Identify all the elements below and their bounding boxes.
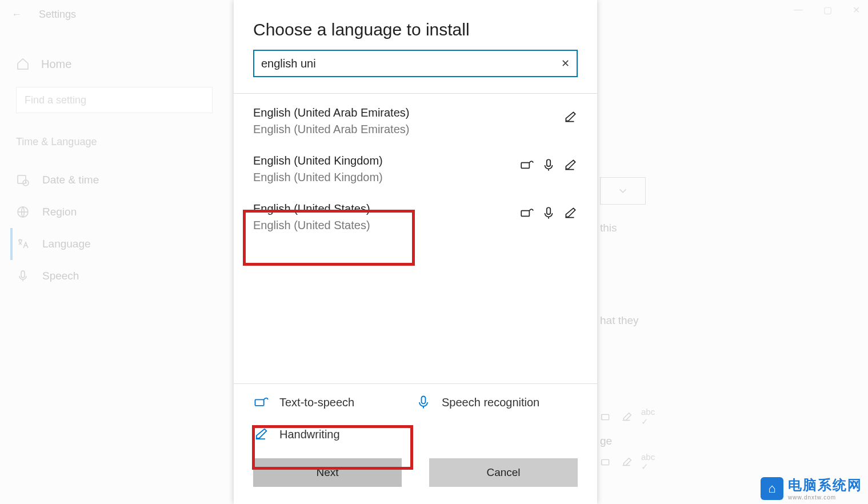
svg-rect-8 [521, 211, 529, 217]
language-item-us[interactable]: English (United States) English (United … [253, 194, 578, 242]
language-primary: English (United Arab Emirates) [253, 106, 409, 119]
language-secondary: English (United Arab Emirates) [253, 123, 409, 136]
handwriting-icon [253, 426, 269, 442]
dialog-title: Choose a language to install [234, 0, 597, 50]
svg-rect-10 [255, 399, 264, 406]
svg-rect-9 [547, 207, 551, 214]
feature-tts: Text-to-speech [253, 394, 415, 410]
watermark-logo-icon: ⌂ [761, 477, 783, 500]
language-list: English (United Arab Emirates) English (… [234, 98, 597, 383]
next-button[interactable]: Next [253, 458, 402, 487]
feature-label: Handwriting [279, 428, 340, 441]
svg-rect-11 [422, 397, 426, 404]
feature-label: Text-to-speech [279, 396, 354, 409]
handwriting-icon [563, 110, 578, 125]
feature-handwriting: Handwriting [253, 426, 415, 442]
tts-icon [519, 206, 534, 221]
handwriting-icon [563, 158, 578, 173]
cancel-button[interactable]: Cancel [429, 458, 578, 487]
watermark: ⌂ 电脑系统网 www.dnxtw.com [761, 476, 862, 501]
divider [234, 93, 597, 94]
handwriting-icon [563, 206, 578, 221]
tts-icon [519, 158, 534, 173]
tts-icon [253, 394, 269, 410]
clear-search-icon[interactable]: ✕ [561, 57, 570, 70]
language-primary: English (United Kingdom) [253, 154, 383, 167]
language-secondary: English (United States) [253, 219, 370, 232]
microphone-icon [415, 394, 431, 410]
watermark-url: www.dnxtw.com [788, 494, 862, 501]
watermark-brand: 电脑系统网 [788, 477, 862, 493]
language-search-input[interactable] [253, 50, 578, 77]
svg-rect-6 [521, 163, 529, 169]
language-primary: English (United States) [253, 202, 370, 215]
language-item-uk[interactable]: English (United Kingdom) English (United… [253, 146, 578, 194]
feature-legend: Text-to-speech Speech recognition Handwr… [234, 383, 597, 451]
microphone-icon [541, 158, 556, 173]
feature-speech: Speech recognition [415, 394, 578, 410]
language-secondary: English (United Kingdom) [253, 171, 383, 184]
language-item-uae[interactable]: English (United Arab Emirates) English (… [253, 98, 578, 146]
microphone-icon [541, 206, 556, 221]
choose-language-dialog: Choose a language to install ✕ English (… [234, 0, 597, 504]
svg-rect-7 [547, 159, 551, 166]
feature-label: Speech recognition [442, 396, 539, 409]
